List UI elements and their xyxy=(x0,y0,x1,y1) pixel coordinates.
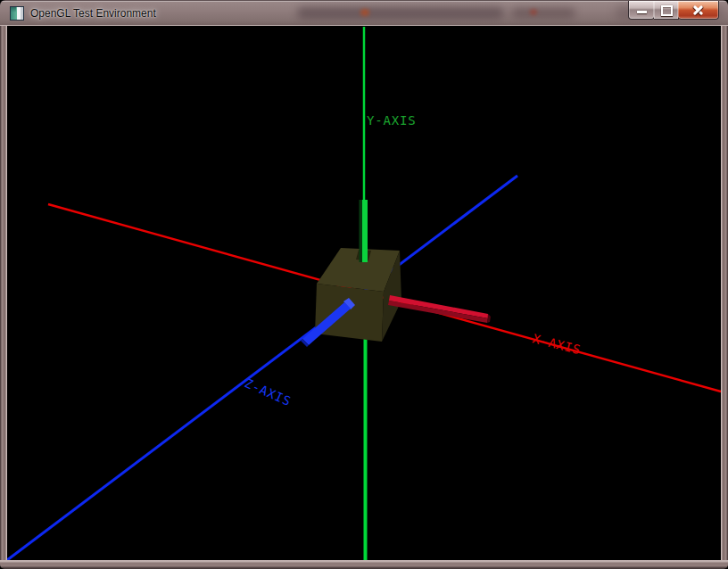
close-button[interactable] xyxy=(678,1,719,20)
window-border-left[interactable] xyxy=(0,26,7,560)
titlebar-glass-blur xyxy=(511,8,575,18)
y-axis-label: Y-AXIS xyxy=(367,113,416,128)
cube-front-face xyxy=(315,284,384,342)
window-border-right[interactable] xyxy=(721,26,728,560)
app-icon[interactable] xyxy=(10,6,24,21)
close-icon xyxy=(692,4,704,16)
titlebar[interactable]: OpenGL Test Environment xyxy=(0,0,728,26)
titlebar-glass-blur xyxy=(297,7,504,19)
y-axis-bar-shaded xyxy=(360,200,363,262)
window-title: OpenGL Test Environment xyxy=(30,7,156,20)
titlebar-glass-blur xyxy=(530,9,537,15)
maximize-button[interactable] xyxy=(654,1,679,20)
opengl-viewport: Y-AXIS X-AXIS Z-AXIS xyxy=(0,0,728,569)
y-axis-bar xyxy=(362,200,368,262)
window-border-bottom[interactable] xyxy=(0,560,728,569)
minimize-icon xyxy=(637,11,647,13)
titlebar-glass-blur xyxy=(360,9,369,16)
minimize-button[interactable] xyxy=(628,1,655,20)
app-window: Y-AXIS X-AXIS Z-AXIS OpenGL Test Environ… xyxy=(0,0,728,569)
maximize-icon xyxy=(661,5,673,16)
